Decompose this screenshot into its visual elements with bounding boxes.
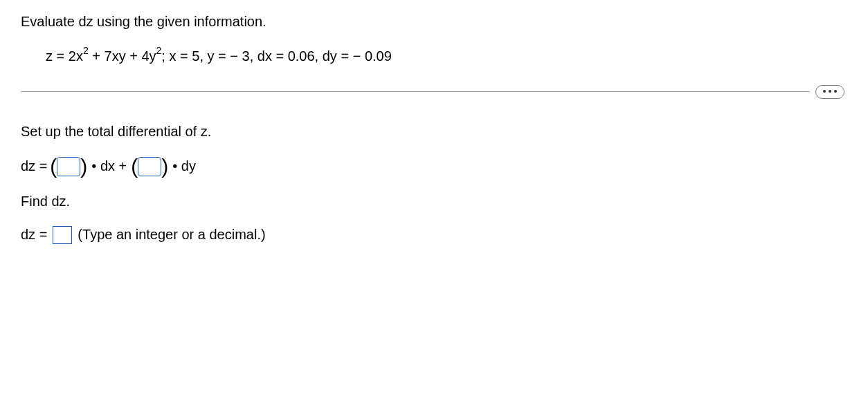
given-equation: z = 2x2 + 7xy + 4y2; x = 5, y = − 3, dx … — [46, 46, 847, 64]
eq-mid: + 7xy + 4y — [89, 48, 156, 64]
setup-instruction: Set up the total differential of z. — [21, 124, 847, 140]
ellipsis-icon — [834, 90, 837, 93]
ellipsis-icon — [823, 90, 826, 93]
answer-hint: (Type an integer or a decimal.) — [78, 227, 265, 243]
eq-values: ; x = 5, y = − 3, dx = 0.06, dy = − 0.09 — [161, 48, 391, 64]
differential-equation: dz = ( ) • dx + ( ) • dy — [21, 156, 847, 177]
right-paren: ) — [80, 156, 87, 177]
find-instruction: Find dz. — [21, 194, 847, 209]
left-paren: ( — [50, 156, 57, 177]
left-paren: ( — [131, 156, 138, 177]
divider-line — [21, 91, 810, 92]
prompt-text: Evaluate dz using the given information. — [21, 14, 266, 29]
eq-exp1: 2 — [83, 45, 89, 56]
dot-dy: • dy — [172, 158, 196, 174]
dot-dx: • dx + — [91, 158, 127, 174]
answer-row: dz = (Type an integer or a decimal.) — [21, 226, 847, 244]
setup-text: Set up the total differential of z. — [21, 124, 211, 139]
dx-coefficient-group: ( ) — [50, 156, 87, 177]
dz-prefix: dz = — [21, 158, 47, 174]
dy-coefficient-group: ( ) — [131, 156, 168, 177]
problem-prompt: Evaluate dz using the given information. — [21, 14, 847, 30]
more-options-button[interactable] — [815, 85, 844, 99]
dz-answer-input[interactable] — [53, 226, 72, 244]
eq-exp2: 2 — [156, 45, 162, 56]
dy-coefficient-input[interactable] — [138, 157, 161, 176]
section-divider — [21, 85, 847, 99]
right-paren: ) — [161, 156, 168, 177]
eq-z: z = 2x — [46, 48, 83, 64]
find-text: Find dz. — [21, 194, 70, 209]
dx-coefficient-input[interactable] — [57, 157, 80, 176]
ellipsis-icon — [829, 90, 831, 93]
answer-prefix: dz = — [21, 227, 47, 243]
